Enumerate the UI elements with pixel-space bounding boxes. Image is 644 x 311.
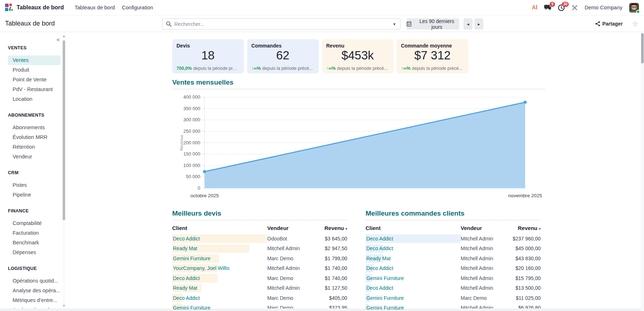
client-link[interactable]: Gemini Furniture bbox=[366, 305, 404, 311]
client-link[interactable]: Gemini Furniture bbox=[172, 305, 210, 311]
sidebar-item-pdv-restaurant[interactable]: PdV - Restaurant bbox=[8, 85, 61, 94]
client-link[interactable]: Deco Addict bbox=[172, 236, 200, 242]
client-link[interactable]: Gemini Furniture bbox=[366, 275, 404, 281]
client-cell: Deco Addict bbox=[366, 263, 461, 274]
table-body: Deco AddictOdooBot$3 645,00Ready MatMitc… bbox=[172, 234, 347, 311]
sidebar-item-r-tention[interactable]: Rétention bbox=[8, 142, 61, 152]
search-input[interactable] bbox=[174, 21, 389, 27]
sort-desc-icon[interactable]: ▾ bbox=[345, 227, 347, 231]
date-filter-button[interactable]: Les 90 derniers jours bbox=[407, 18, 459, 30]
kpi-card-commandes[interactable]: Commandes62↑∞%depuis la période précé... bbox=[247, 39, 319, 73]
table-row[interactable]: Gemini FurnitureMarc Demo$1 799,00 bbox=[172, 253, 347, 263]
column-header-revenue[interactable]: Revenu▾ bbox=[505, 225, 541, 231]
client-link[interactable]: Ready Mat bbox=[172, 285, 197, 291]
table-row[interactable]: Deco AddictMitchell Admin$13 500,00 bbox=[366, 283, 541, 293]
sidebar-item-d-penses[interactable]: Dépenses bbox=[8, 248, 61, 257]
client-link[interactable]: Deco Addict bbox=[366, 245, 393, 251]
sidebar-item-volution-mrr[interactable]: Évolution MRR bbox=[8, 132, 61, 142]
sales-line-chart[interactable]: 050 000100 000150 000200 000250 000300 0… bbox=[172, 90, 545, 204]
table-row[interactable]: Deco AddictMitchell Admin$45 000,00 bbox=[366, 244, 541, 254]
page-scrollbar-thumb[interactable] bbox=[641, 33, 644, 63]
menu-item-configuration[interactable]: Configuration bbox=[118, 3, 157, 13]
client-link[interactable]: Deco Addict bbox=[172, 295, 200, 301]
kpi-card-revenu[interactable]: Revenu$453k↑∞%depuis la période précé... bbox=[322, 39, 394, 73]
app-name[interactable]: Tableaux de bord bbox=[17, 4, 64, 11]
page-scrollbar[interactable] bbox=[641, 32, 644, 311]
client-link[interactable]: Gemini Furniture bbox=[366, 295, 404, 301]
table-row[interactable]: Deco AddictMarc Demo$405,00 bbox=[172, 293, 347, 303]
table-row[interactable]: YourCompany, Joel WillisMitchell Admin$1… bbox=[172, 263, 347, 274]
kpi-card-commande-moyenne[interactable]: Commande moyenne$7 312↑∞%depuis la pério… bbox=[397, 39, 468, 73]
revenue-cell: $43 830,00 bbox=[505, 256, 541, 261]
table-row[interactable]: Gemini FurnitureMitchell Admin$15 795,00 bbox=[366, 273, 541, 283]
sidebar-section-title: LOGISTIQUE bbox=[8, 266, 68, 273]
debug-tools-icon[interactable] bbox=[572, 5, 578, 11]
client-cell: Ready Mat bbox=[366, 253, 461, 263]
scroll-up-icon[interactable]: ▲ bbox=[62, 35, 66, 38]
activities-icon[interactable]: 30 bbox=[558, 4, 565, 11]
sidebar-item-abonnements[interactable]: Abonnements bbox=[8, 123, 61, 132]
search-icon bbox=[166, 21, 171, 27]
monthly-sales-block: Ventes mensuelles 050 000100 000150 0002… bbox=[172, 78, 545, 204]
sidebar-scrollbar[interactable]: ▲ ▼ bbox=[62, 32, 66, 311]
sidebar-item-pistes[interactable]: Pistes bbox=[8, 180, 61, 190]
sidebar-item-produit[interactable]: Produit bbox=[8, 65, 61, 75]
sidebar-item-ventes[interactable]: Ventes bbox=[8, 55, 61, 65]
next-period-button[interactable]: ▸ bbox=[474, 18, 483, 30]
ai-icon[interactable]: AI bbox=[532, 4, 537, 11]
table-row[interactable]: Deco AddictMitchell Admin$20 160,00 bbox=[366, 263, 541, 274]
column-header-vendor[interactable]: Vendeur bbox=[267, 225, 311, 231]
sidebar-scrollbar-thumb[interactable] bbox=[63, 40, 65, 220]
client-link[interactable]: Deco Addict bbox=[366, 265, 393, 271]
messages-icon[interactable]: 9 bbox=[544, 4, 551, 11]
client-link[interactable]: Gemini Furniture bbox=[172, 256, 210, 261]
column-header-client[interactable]: Client bbox=[172, 225, 267, 231]
client-link[interactable]: Deco Addict bbox=[366, 236, 393, 242]
vendor-cell: Marc Demo bbox=[461, 295, 505, 301]
table-row[interactable]: Deco AddictMitchell Admin$237 960,00 bbox=[366, 234, 541, 244]
sidebar-item-op-rations-quotid[interactable]: Opérations quotid... bbox=[8, 276, 61, 286]
vendor-cell: Mitchell Admin bbox=[267, 245, 311, 251]
favorite-star-icon[interactable]: ☆ bbox=[632, 21, 638, 27]
sidebar-item-vendeur[interactable]: Vendeur bbox=[8, 152, 61, 162]
table-row[interactable]: Deco AddictMarc Demo$1 740,00 bbox=[172, 273, 347, 283]
client-link[interactable]: YourCompany, Joel Willis bbox=[172, 265, 229, 271]
sidebar-item-benchmark[interactable]: Benchmark bbox=[8, 238, 61, 248]
sidebar-item-m-triques-d-entre[interactable]: Métriques d’entre... bbox=[8, 296, 61, 305]
share-button[interactable]: Partager bbox=[595, 21, 623, 27]
messages-badge: 9 bbox=[550, 2, 555, 7]
horizontal-scrollbar[interactable] bbox=[0, 308, 641, 311]
share-icon bbox=[595, 21, 600, 26]
table-row[interactable]: Deco AddictOdooBot$3 645,00 bbox=[172, 234, 347, 244]
company-switcher[interactable]: Demo Company bbox=[585, 5, 622, 10]
collapse-sidebar-icon[interactable]: « bbox=[57, 37, 60, 42]
client-link[interactable]: Deco Addict bbox=[172, 275, 200, 281]
table-row[interactable]: Ready MatMitchell Admin$1 127,50 bbox=[172, 283, 347, 293]
sidebar-item-comptabilit[interactable]: Comptabilité bbox=[8, 218, 61, 228]
sidebar-item-location[interactable]: Location bbox=[8, 94, 61, 104]
sidebar-item-pipeline[interactable]: Pipeline bbox=[8, 190, 61, 200]
client-link[interactable]: Deco Addict bbox=[366, 285, 393, 291]
kpi-card-devis[interactable]: Devis18700,0%depuis la période pr... bbox=[172, 39, 244, 73]
column-header-revenue[interactable]: Revenu▾ bbox=[311, 225, 347, 231]
sidebar-item-analyse-des-op-ra[interactable]: Analyse des opéra... bbox=[8, 286, 61, 296]
sort-desc-icon[interactable]: ▾ bbox=[539, 227, 541, 231]
menu-item-tableaux-de-bord[interactable]: Tableaux de bord bbox=[71, 3, 118, 13]
table-row[interactable]: Ready MatMitchell Admin$2 947,50 bbox=[172, 244, 347, 254]
revenue-cell: $3 645,00 bbox=[311, 236, 347, 242]
client-link[interactable]: Ready Mat bbox=[172, 245, 197, 251]
dashboards-app-icon[interactable] bbox=[5, 4, 13, 12]
table-row[interactable]: Ready MatMitchell Admin$43 830,00 bbox=[366, 253, 541, 263]
scroll-down-icon[interactable]: ▼ bbox=[62, 304, 66, 307]
user-avatar[interactable] bbox=[629, 3, 639, 13]
page-body: « VENTESVentesProduitPoint de VentePdV -… bbox=[0, 32, 644, 311]
column-header-client[interactable]: Client bbox=[366, 225, 461, 231]
revenue-cell: $405,00 bbox=[311, 295, 347, 301]
column-header-vendor[interactable]: Vendeur bbox=[461, 225, 505, 231]
table-row[interactable]: Gemini FurnitureMarc Demo$11 025,00 bbox=[366, 293, 541, 303]
previous-period-button[interactable]: ◂ bbox=[464, 18, 473, 30]
client-link[interactable]: Ready Mat bbox=[366, 256, 391, 261]
sidebar-item-facturation[interactable]: Facturation bbox=[8, 228, 61, 238]
sidebar-item-point-de-vente[interactable]: Point de Vente bbox=[8, 75, 61, 85]
search-dropdown-caret-icon[interactable]: ▾ bbox=[389, 19, 400, 29]
